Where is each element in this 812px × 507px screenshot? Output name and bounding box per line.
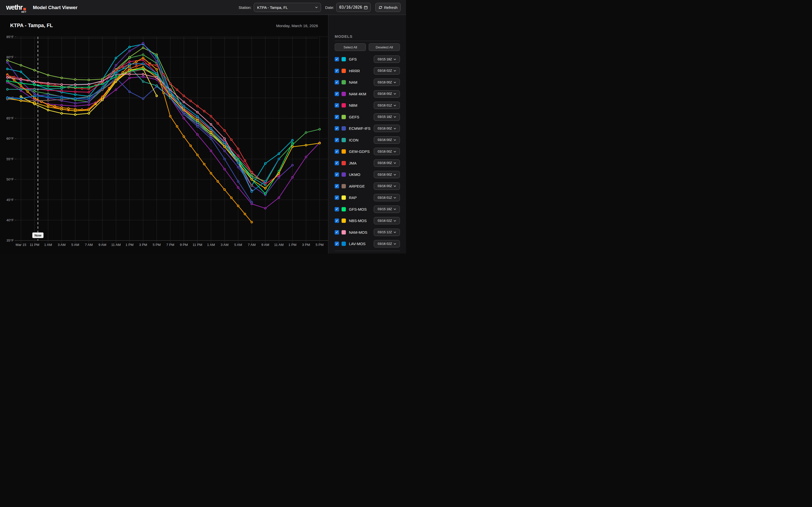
- data-point[interactable]: [264, 163, 266, 165]
- data-point[interactable]: [61, 97, 63, 99]
- data-point[interactable]: [74, 78, 76, 80]
- data-point[interactable]: [264, 184, 266, 186]
- data-point[interactable]: [264, 193, 266, 194]
- data-point[interactable]: [74, 105, 76, 107]
- data-point[interactable]: [156, 60, 158, 62]
- data-point[interactable]: [34, 84, 36, 86]
- data-point[interactable]: [115, 79, 117, 81]
- data-point[interactable]: [292, 176, 293, 178]
- model-run-select[interactable]: 03/16 00Z: [374, 90, 400, 98]
- data-point[interactable]: [210, 138, 212, 139]
- data-point[interactable]: [190, 145, 192, 147]
- series-line-icon[interactable]: [7, 67, 265, 185]
- data-point[interactable]: [74, 87, 76, 88]
- data-point[interactable]: [129, 63, 131, 65]
- data-point[interactable]: [142, 66, 144, 68]
- refresh-button[interactable]: Refresh: [375, 3, 401, 12]
- data-point[interactable]: [224, 150, 225, 152]
- data-point[interactable]: [237, 162, 239, 164]
- data-point[interactable]: [47, 104, 49, 106]
- data-point[interactable]: [169, 115, 171, 117]
- data-point[interactable]: [210, 133, 212, 135]
- model-run-select[interactable]: 03/15 18Z: [374, 113, 400, 121]
- station-select[interactable]: KTPA - Tampa, FL: [254, 3, 321, 12]
- data-point[interactable]: [142, 47, 144, 49]
- model-run-select[interactable]: 03/16 02Z: [374, 67, 400, 74]
- data-point[interactable]: [47, 109, 49, 111]
- data-point[interactable]: [183, 117, 185, 119]
- data-point[interactable]: [47, 82, 49, 84]
- data-point[interactable]: [197, 123, 198, 125]
- model-checkbox[interactable]: ✓: [335, 149, 339, 154]
- data-point[interactable]: [156, 54, 158, 56]
- data-point[interactable]: [278, 176, 280, 178]
- data-point[interactable]: [197, 154, 198, 156]
- data-point[interactable]: [237, 180, 239, 182]
- data-point[interactable]: [20, 89, 22, 90]
- data-point[interactable]: [210, 135, 212, 137]
- model-run-select[interactable]: 03/15 18Z: [374, 206, 400, 213]
- data-point[interactable]: [7, 68, 8, 70]
- data-point[interactable]: [251, 191, 253, 192]
- data-point[interactable]: [7, 89, 8, 90]
- data-point[interactable]: [20, 85, 22, 87]
- data-point[interactable]: [203, 163, 205, 165]
- data-point[interactable]: [13, 76, 15, 78]
- data-point[interactable]: [115, 72, 117, 74]
- data-point[interactable]: [61, 90, 63, 92]
- data-point[interactable]: [203, 110, 205, 112]
- data-point[interactable]: [115, 69, 117, 71]
- data-point[interactable]: [156, 76, 158, 78]
- data-point[interactable]: [169, 95, 171, 97]
- model-run-select[interactable]: 03/16 00Z: [374, 171, 400, 178]
- data-point[interactable]: [169, 91, 171, 93]
- data-point[interactable]: [292, 139, 293, 141]
- data-point[interactable]: [47, 106, 49, 108]
- data-point[interactable]: [101, 87, 103, 89]
- data-point[interactable]: [278, 197, 280, 199]
- data-point[interactable]: [47, 74, 49, 76]
- data-point[interactable]: [319, 128, 320, 130]
- model-run-select[interactable]: 03/16 01Z: [374, 194, 400, 201]
- data-point[interactable]: [115, 64, 117, 66]
- data-point[interactable]: [81, 88, 83, 90]
- data-point[interactable]: [7, 60, 8, 61]
- data-point[interactable]: [7, 80, 8, 81]
- data-point[interactable]: [169, 82, 171, 84]
- data-point[interactable]: [169, 89, 171, 91]
- data-point[interactable]: [278, 174, 280, 176]
- data-point[interactable]: [156, 68, 158, 70]
- data-point[interactable]: [129, 73, 131, 75]
- data-point[interactable]: [176, 125, 178, 127]
- model-checkbox[interactable]: ✓: [335, 219, 339, 223]
- data-point[interactable]: [34, 97, 36, 99]
- deselect-all-button[interactable]: Deselect All: [369, 43, 400, 51]
- data-point[interactable]: [224, 188, 225, 190]
- model-checkbox[interactable]: ✓: [335, 207, 339, 212]
- data-point[interactable]: [244, 160, 246, 162]
- data-point[interactable]: [7, 62, 8, 63]
- data-point[interactable]: [142, 98, 144, 100]
- data-point[interactable]: [305, 131, 307, 133]
- data-point[interactable]: [101, 83, 103, 85]
- data-point[interactable]: [101, 80, 103, 81]
- data-point[interactable]: [156, 95, 158, 97]
- data-point[interactable]: [224, 146, 225, 148]
- data-point[interactable]: [20, 96, 22, 98]
- data-point[interactable]: [197, 105, 198, 107]
- wethr-logo[interactable]: wethr NET: [6, 4, 26, 11]
- data-point[interactable]: [88, 104, 90, 106]
- data-point[interactable]: [142, 59, 144, 61]
- data-point[interactable]: [20, 98, 22, 100]
- data-point[interactable]: [278, 172, 280, 174]
- data-point[interactable]: [305, 156, 307, 158]
- data-point[interactable]: [231, 139, 232, 140]
- data-point[interactable]: [122, 66, 123, 68]
- data-point[interactable]: [183, 135, 185, 137]
- data-point[interactable]: [54, 85, 56, 87]
- data-point[interactable]: [47, 85, 49, 87]
- data-point[interactable]: [34, 95, 36, 97]
- data-point[interactable]: [224, 142, 225, 144]
- select-all-button[interactable]: Select All: [335, 43, 366, 51]
- data-point[interactable]: [136, 65, 137, 67]
